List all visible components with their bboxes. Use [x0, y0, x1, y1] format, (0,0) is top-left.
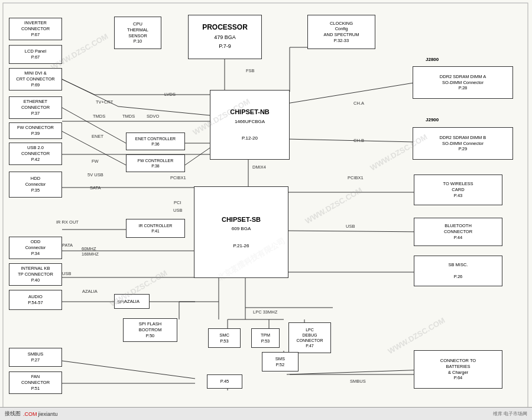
bottom-bar-right: 维库 电子市场网: [493, 411, 527, 417]
box-bluetooth-label: BLUETOOTH CONNECTOR P.44: [444, 223, 472, 240]
box-ir-ctrl-label: IR CONTROLLER P.41: [139, 223, 173, 234]
box-lpc-debug-label: LPC DEBUG CONNECTOR P.47: [297, 327, 323, 348]
box-spi-flash-label: SPI FLASH BOOTROM P.50: [139, 321, 162, 338]
svg-line-5: [287, 139, 414, 142]
label-pcibx1-right: PCIBX1: [348, 175, 364, 180]
box-ethernet-label: ETHERNET CONNECTOR P.37: [21, 99, 50, 116]
box-inverter: INVERTER CONNECTOR P.67: [9, 18, 62, 40]
diagram-container: WWW.DZSC.COM WWW.DZSC.COM WWW.DZSC.COM W…: [0, 0, 532, 420]
label-5vusb: 5V USB: [87, 172, 103, 177]
label-spi: SPI: [117, 299, 124, 305]
label-lvds: LVDS: [164, 92, 176, 97]
box-tpm-label: TPM P.53: [261, 332, 270, 344]
box-lcd: LCD Panel P.67: [9, 45, 62, 64]
box-bluetooth: BLUETOOTH CONNECTOR P.44: [414, 218, 502, 246]
box-smc: SMC P.53: [208, 328, 241, 348]
svg-line-14: [185, 148, 210, 165]
box-smc-label: SMC P.53: [219, 332, 229, 344]
box-audio: AUDIO P.54-57: [9, 290, 62, 310]
box-fanconn: FAN CONNECTOR P.51: [9, 371, 62, 394]
label-usb-right: USB: [346, 224, 355, 229]
watermark-3: WWW.DZSC.COM: [304, 186, 364, 226]
label-usb-kb: USB: [62, 271, 71, 276]
label-sdvo: SDVO: [147, 114, 159, 119]
box-sb-misc: SB MISC. P.26: [414, 256, 502, 286]
box-azalia-label: AZALIA: [124, 299, 140, 305]
box-hdd: HDD Connector P.35: [9, 172, 62, 198]
label-pci: PCI: [174, 200, 181, 205]
box-enet-ctrl-label: ENET CONTROLLER P.36: [135, 136, 176, 147]
box-internalkb: INTERNAL KB TP CONNECTOR P.40: [9, 263, 62, 286]
label-chb: CH.B: [353, 138, 364, 143]
label-j2800: J2800: [426, 57, 439, 62]
label-lpc33: LPC 33MHZ: [253, 309, 277, 315]
box-sms: SMS P.52: [262, 352, 299, 371]
box-ddr2-a-label: DDR2 SDRAM DIMM A SO-DIMM Connector P.28: [440, 74, 486, 91]
bottom-bar-link[interactable]: .COM: [23, 411, 37, 417]
box-ir-ctrl: IR CONTROLLER P.41: [126, 219, 185, 238]
box-ddr2-b: DDR2 SDRAM DIMM B SO-DIMM Connector P.29: [413, 127, 513, 160]
box-hdd-label: HDD Connector P.35: [25, 176, 46, 193]
box-audio-label: AUDIO P.54-57: [28, 294, 43, 306]
label-fw: FW: [92, 159, 99, 164]
svg-line-4: [287, 83, 414, 104]
label-60mhz: 60MHZ168MHZ: [82, 246, 99, 257]
box-wireless: TO WIRELESS CARD P.43: [414, 175, 502, 205]
box-wireless-label: TO WIRELESS CARD P.43: [443, 181, 473, 198]
box-enet-ctrl: ENET CONTROLLER P.36: [126, 133, 185, 150]
svg-line-42: [287, 370, 426, 374]
box-spi-flash: SPI FLASH BOOTROM P.50: [123, 318, 177, 342]
box-usb20-label: USB 2.0 CONNECTOR P.42: [21, 145, 50, 162]
svg-line-37: [62, 361, 195, 379]
label-tvcrt: TV+CRT: [96, 99, 113, 105]
bottom-bar-text: 接线图: [5, 410, 21, 418]
box-conn-batteries-label: CONNECTOR TO BATTERIES & Charger P.64: [440, 358, 476, 381]
box-internalkb-label: INTERNAL KB TP CONNECTOR P.40: [18, 266, 53, 283]
box-inverter-label: INVERTER CONNECTOR P.67: [21, 20, 50, 37]
box-ddr2-b-label: DDR2 SDRAM DIMM B SO-DIMM Connector P.29: [440, 135, 486, 152]
label-cha: CH.A: [353, 101, 364, 106]
box-clocking: CLOCKING Config AND SPECTRUM P.32-33: [307, 15, 375, 49]
box-chipset-nb: CHIPSET-NB 1466UFCBGA P.12-20: [210, 90, 290, 160]
label-sata: SATA: [90, 185, 100, 190]
label-pcibx1-left: PCIBX1: [170, 175, 186, 180]
box-p45: P.45: [207, 374, 242, 389]
box-conn-batteries: CONNECTOR TO BATTERIES & Charger P.64: [414, 350, 502, 389]
label-smbus: SMBUS: [350, 379, 366, 384]
box-fw39-label: FW CONNECTOR P.39: [17, 125, 54, 137]
label-enet: ENET: [92, 134, 103, 139]
box-fw39: FW CONNECTOR P.39: [9, 122, 62, 139]
box-p45-label: P.45: [220, 379, 229, 385]
box-processor: PROCESSOR 479 BGA P.7-9: [188, 15, 262, 59]
box-chipset-nb-label: CHIPSET-NB 1466UFCBGA P.12-20: [230, 108, 270, 141]
box-smbus-label: SMBUS P.27: [28, 351, 44, 363]
box-chipset-sb: CHIPSET-SB 609 BGA P.21-26: [194, 186, 288, 278]
label-dmix4: DMIX4: [252, 164, 266, 170]
box-fw-ctrl-label: FW CONTROLLER P.38: [138, 158, 174, 169]
box-odd: ODD Connector P.34: [9, 237, 62, 259]
svg-line-6: [62, 79, 95, 95]
box-ethernet: ETHERNET CONNECTOR P.37: [9, 96, 62, 119]
label-azalia-lbl: AZALIA: [82, 289, 98, 294]
box-sms-label: SMS P.52: [275, 356, 285, 368]
box-chipset-sb-label: CHIPSET-SB 609 BGA P.21-26: [222, 215, 261, 249]
label-pata: PATA: [62, 243, 73, 248]
box-minidvi-label: MINI DVI & CRT CONNECTOR P.69: [16, 70, 54, 88]
box-usb20: USB 2.0 CONNECTOR P.42: [9, 143, 62, 165]
bottom-bar-site: jiexiantu: [38, 411, 58, 417]
box-fw-ctrl: FW CONTROLLER P.38: [126, 154, 185, 172]
svg-line-21: [287, 231, 426, 232]
box-cpu-thermal: CPU THERMAL SENSOR P.10: [114, 17, 161, 49]
box-odd-label: ODD Connector P.34: [25, 239, 46, 256]
box-minidvi: MINI DVI & CRT CONNECTOR P.69: [9, 68, 62, 91]
box-tpm: TPM P.53: [251, 328, 280, 348]
label-j2900: J2900: [426, 117, 439, 122]
box-sb-misc-label: SB MISC. P.26: [449, 262, 468, 279]
box-smbus: SMBUS P.27: [9, 348, 62, 367]
box-lpc-debug: LPC DEBUG CONNECTOR P.47: [288, 322, 331, 353]
label-ir-rx: IR RX OUT: [56, 219, 79, 225]
bottom-bar: 接线图 .COM jiexiantu 维库 电子市场网: [0, 407, 532, 420]
box-cpu-thermal-label: CPU THERMAL SENSOR P.10: [127, 21, 148, 44]
box-clocking-label: CLOCKING Config AND SPECTRUM P.32-33: [323, 21, 359, 44]
box-ddr2-a: DDR2 SDRAM DIMM A SO-DIMM Connector P.28: [413, 66, 513, 99]
